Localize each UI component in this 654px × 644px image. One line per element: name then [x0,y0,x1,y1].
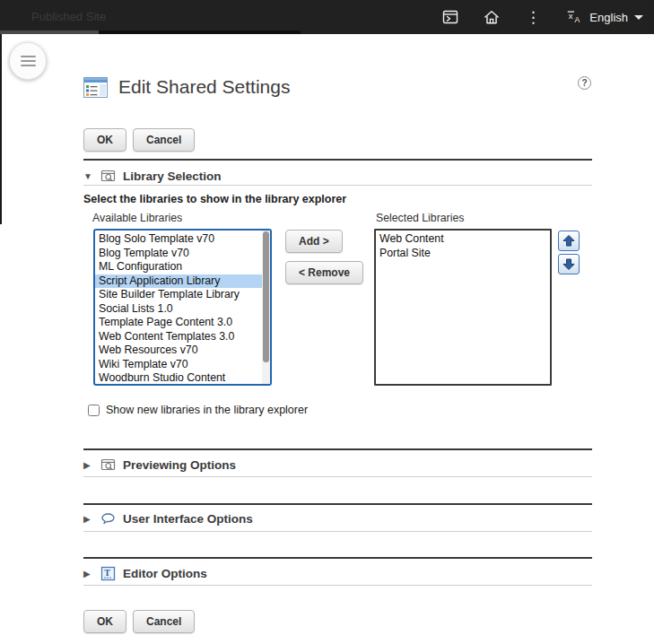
shared-settings-icon [83,77,108,98]
ok-button-bottom[interactable]: OK [83,610,126,633]
language-selector[interactable]: x A English [565,8,643,26]
list-item[interactable]: Web Content Templates 3.0 [95,330,270,344]
section-underline [83,531,592,532]
add-button[interactable]: Add > [285,230,343,253]
listbox-scrollbar[interactable] [262,231,270,384]
side-panel-icon[interactable] [441,8,459,26]
svg-text:x: x [569,11,573,21]
page-title: Edit Shared Settings [118,76,290,98]
list-item[interactable]: Blog Template v70 [95,247,270,261]
section-title: Editor Options [123,567,207,580]
section-underline [83,185,592,186]
collapse-triangle-icon: ▶ [83,514,93,524]
home-icon[interactable] [483,8,501,26]
language-label: English [589,11,628,24]
toolbar-scrollbar[interactable] [0,30,301,34]
hamburger-menu-button[interactable] [9,42,47,80]
section-header-editor-options[interactable]: ▶ T Editor Options [83,564,207,582]
listbox-scrollbar-thumb[interactable] [263,231,269,362]
available-libraries-listbox[interactable]: Blog Solo Template v70 Blog Template v70… [93,229,272,386]
previewing-options-icon [100,457,116,473]
toolbar-scrollbar-thumb[interactable] [0,30,99,34]
section-header-user-interface-options[interactable]: ▶ User Interface Options [83,509,253,527]
collapse-triangle-icon: ▼ [83,171,93,181]
section-header-library-selection[interactable]: ▼ Library Selection [83,167,222,185]
list-item[interactable]: Wiki Template v70 [95,358,270,372]
section-divider [83,159,592,161]
remove-button[interactable]: < Remove [285,261,363,284]
site-label: Published Site [31,10,106,23]
hamburger-icon [21,56,36,57]
library-instruction: Select the libraries to show in the libr… [83,193,346,205]
portal-toolbar: Published Site ⋮ x A [0,0,654,34]
ok-button-top[interactable]: OK [83,128,126,152]
help-icon[interactable]: ? [578,76,591,90]
list-item[interactable]: Site Builder Template Library [95,288,270,302]
show-new-libraries-checkbox[interactable] [88,405,100,416]
selected-libraries-label: Selected Libraries [376,212,464,224]
edit-shared-settings-form: Edit Shared Settings ? OK Cancel ▼ Libra… [83,0,592,644]
library-selection-icon [100,169,116,184]
section-underline [83,585,592,586]
section-divider [83,503,592,505]
svg-text:T: T [104,568,110,578]
user-interface-options-icon [100,511,116,527]
list-item[interactable]: Template Page Content 3.0 [95,316,270,330]
section-underline [83,476,592,477]
list-item[interactable]: Social Lists 1.0 [95,302,270,317]
collapsed-nav-edge [0,34,2,224]
section-title: Previewing Options [123,458,236,472]
move-up-button[interactable] [558,231,580,251]
collapse-triangle-icon: ▶ [83,460,93,470]
section-divider [83,448,592,450]
svg-text:A: A [575,15,580,24]
editor-options-icon: T [100,566,116,581]
move-down-button[interactable] [558,254,580,274]
library-picker: Available Libraries Selected Libraries B… [83,212,592,391]
section-header-previewing-options[interactable]: ▶ Previewing Options [83,456,236,474]
selected-libraries-listbox[interactable]: Web Content Portal Site [374,229,552,386]
overflow-menu-icon[interactable]: ⋮ [524,8,542,26]
list-item[interactable]: Portal Site [376,247,550,261]
cancel-button-bottom[interactable]: Cancel [133,610,195,633]
section-divider [83,557,592,559]
show-new-libraries-label: Show new libraries in the library explor… [106,404,308,416]
list-item[interactable]: Web Resources v70 [95,344,270,358]
list-item-selected[interactable]: Script Application Library [95,274,270,289]
section-title: User Interface Options [123,512,253,526]
chevron-down-icon [634,15,643,20]
list-item[interactable]: ML Configuration [95,260,270,274]
collapse-triangle-icon: ▶ [83,569,93,579]
list-item[interactable]: Web Content [376,232,550,247]
list-item[interactable]: Blog Solo Template v70 [95,232,270,247]
available-libraries-label: Available Libraries [92,212,182,224]
arrow-down-icon [562,257,576,271]
list-item[interactable]: Woodburn Studio Content [95,371,270,386]
arrow-up-icon [562,234,576,248]
cancel-button-top[interactable]: Cancel [133,128,195,152]
translate-icon: x A [565,8,583,26]
section-title: Library Selection [123,170,222,183]
